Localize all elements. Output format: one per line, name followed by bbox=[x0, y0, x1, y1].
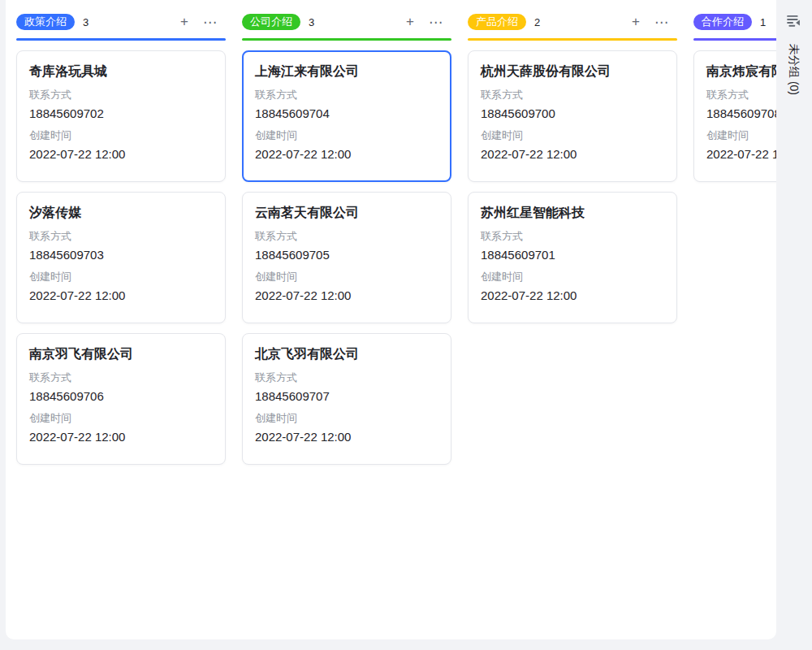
kanban-board: 政策介绍 3 + ⋯ 奇库洛玩具城 联系方式 18845609702 创建时间 … bbox=[6, 0, 776, 639]
card-title: 奇库洛玩具城 bbox=[29, 61, 213, 82]
card-title: 南京羽飞有限公司 bbox=[29, 344, 213, 365]
kanban-column-company: 公司介绍 3 + ⋯ 上海江来有限公司 联系方式 18845609704 创建时… bbox=[242, 13, 451, 465]
created-field-label: 创建时间 bbox=[29, 410, 213, 427]
contact-field-value: 18845609705 bbox=[255, 246, 438, 264]
kanban-card[interactable]: 奇库洛玩具城 联系方式 18845609702 创建时间 2022-07-22 … bbox=[16, 50, 226, 182]
collapse-groups-icon bbox=[786, 13, 801, 31]
created-field-value: 2022-07-22 12:00 bbox=[481, 287, 664, 305]
column-color-bar bbox=[468, 38, 677, 41]
kanban-card[interactable]: 南京羽飞有限公司 联系方式 18845609706 创建时间 2022-07-2… bbox=[16, 333, 226, 465]
card-title: 苏州红星智能科技 bbox=[481, 202, 664, 223]
contact-field-label: 联系方式 bbox=[29, 87, 213, 103]
created-field-value: 2022-07-22 12:00 bbox=[29, 428, 213, 446]
created-field-value: 2022-07-22 12:00 bbox=[481, 145, 664, 163]
column-header: 政策介绍 3 + ⋯ bbox=[16, 13, 226, 31]
kanban-columns: 政策介绍 3 + ⋯ 奇库洛玩具城 联系方式 18845609702 创建时间 … bbox=[16, 13, 776, 465]
contact-field-value: 18845609701 bbox=[481, 246, 664, 264]
contact-field-label: 联系方式 bbox=[29, 370, 213, 386]
created-field-label: 创建时间 bbox=[255, 269, 438, 285]
kanban-card[interactable]: 苏州红星智能科技 联系方式 18845609701 创建时间 2022-07-2… bbox=[468, 192, 677, 323]
card-title: 上海江来有限公司 bbox=[255, 61, 438, 82]
add-card-icon[interactable]: + bbox=[627, 13, 645, 31]
kanban-card[interactable]: 云南茗天有限公司 联系方式 18845609705 创建时间 2022-07-2… bbox=[242, 192, 451, 323]
column-color-bar bbox=[693, 38, 776, 41]
created-field-label: 创建时间 bbox=[255, 410, 438, 427]
group-badge: 合作介绍 bbox=[693, 14, 752, 30]
contact-field-value: 18845609707 bbox=[255, 388, 438, 405]
created-field-value: 2022-07-22 12:00 bbox=[255, 287, 438, 305]
card-list: 上海江来有限公司 联系方式 18845609704 创建时间 2022-07-2… bbox=[242, 50, 451, 465]
card-count: 1 bbox=[760, 16, 766, 28]
hidden-groups-rail: 未分组 (0) bbox=[776, 0, 812, 639]
contact-field-label: 联系方式 bbox=[29, 228, 213, 245]
card-count: 3 bbox=[309, 16, 314, 28]
add-card-icon[interactable]: + bbox=[401, 13, 419, 31]
column-header: 合作介绍 1 bbox=[693, 13, 776, 31]
card-list: 奇库洛玩具城 联系方式 18845609702 创建时间 2022-07-22 … bbox=[16, 50, 226, 465]
kanban-card-selected[interactable]: 上海江来有限公司 联系方式 18845609704 创建时间 2022-07-2… bbox=[242, 50, 451, 182]
contact-field-label: 联系方式 bbox=[481, 228, 664, 245]
column-header: 产品介绍 2 + ⋯ bbox=[468, 13, 677, 31]
kanban-column-policy: 政策介绍 3 + ⋯ 奇库洛玩具城 联系方式 18845609702 创建时间 … bbox=[16, 13, 226, 465]
card-list: 南京炜宸有限公司 联系方式 18845609708 创建时间 2022-07-2… bbox=[693, 50, 776, 182]
created-field-label: 创建时间 bbox=[255, 128, 438, 144]
card-title: 汐落传媒 bbox=[29, 202, 213, 223]
collapse-groups-button[interactable] bbox=[784, 12, 803, 32]
created-field-label: 创建时间 bbox=[29, 128, 213, 144]
created-field-value: 2022-07-22 12:00 bbox=[255, 145, 438, 163]
card-list: 杭州天薛股份有限公司 联系方式 18845609700 创建时间 2022-07… bbox=[468, 50, 677, 323]
kanban-card[interactable]: 南京炜宸有限公司 联系方式 18845609708 创建时间 2022-07-2… bbox=[693, 50, 776, 182]
contact-field-label: 联系方式 bbox=[255, 370, 438, 386]
collapsed-group-label[interactable]: 未分组 (0) bbox=[786, 44, 802, 95]
kanban-card[interactable]: 杭州天薛股份有限公司 联系方式 18845609700 创建时间 2022-07… bbox=[468, 50, 677, 182]
created-field-label: 创建时间 bbox=[481, 269, 664, 285]
kanban-card[interactable]: 北京飞羽有限公司 联系方式 18845609707 创建时间 2022-07-2… bbox=[242, 333, 451, 465]
contact-field-value: 18845609702 bbox=[29, 105, 213, 123]
card-title: 南京炜宸有限公司 bbox=[706, 61, 776, 82]
created-field-label: 创建时间 bbox=[706, 128, 776, 144]
column-menu-icon[interactable]: ⋯ bbox=[201, 13, 219, 31]
created-field-value: 2022-07-22 12:00 bbox=[29, 287, 213, 305]
contact-field-label: 联系方式 bbox=[706, 87, 776, 103]
card-count: 3 bbox=[83, 16, 89, 28]
contact-field-label: 联系方式 bbox=[481, 87, 664, 103]
card-count: 2 bbox=[534, 16, 540, 28]
group-badge: 产品介绍 bbox=[468, 14, 526, 30]
contact-field-label: 联系方式 bbox=[255, 228, 438, 245]
kanban-column-cooperation: 合作介绍 1 南京炜宸有限公司 联系方式 18845609708 创建时间 20… bbox=[693, 13, 776, 465]
group-badge: 公司介绍 bbox=[242, 14, 300, 30]
contact-field-value: 18845609703 bbox=[29, 246, 213, 264]
contact-field-value: 18845609708 bbox=[706, 105, 776, 123]
contact-field-label: 联系方式 bbox=[255, 87, 438, 103]
card-title: 杭州天薛股份有限公司 bbox=[481, 61, 664, 82]
created-field-value: 2022-07-22 12:00 bbox=[255, 428, 438, 446]
add-card-icon[interactable]: + bbox=[175, 13, 193, 31]
contact-field-value: 18845609700 bbox=[481, 105, 664, 123]
contact-field-value: 18845609706 bbox=[29, 388, 213, 405]
kanban-column-product: 产品介绍 2 + ⋯ 杭州天薛股份有限公司 联系方式 18845609700 创… bbox=[468, 13, 677, 465]
created-field-value: 2022-07-22 12:00 bbox=[29, 145, 213, 163]
kanban-card[interactable]: 汐落传媒 联系方式 18845609703 创建时间 2022-07-22 12… bbox=[16, 192, 226, 323]
column-color-bar bbox=[16, 38, 226, 41]
column-menu-icon[interactable]: ⋯ bbox=[653, 13, 671, 31]
column-menu-icon[interactable]: ⋯ bbox=[427, 13, 445, 31]
created-field-value: 2022-07-22 12:00 bbox=[706, 145, 776, 163]
column-color-bar bbox=[242, 38, 451, 41]
group-badge: 政策介绍 bbox=[16, 14, 75, 30]
created-field-label: 创建时间 bbox=[29, 269, 213, 285]
card-title: 云南茗天有限公司 bbox=[255, 202, 438, 223]
column-header: 公司介绍 3 + ⋯ bbox=[242, 13, 451, 31]
card-title: 北京飞羽有限公司 bbox=[255, 344, 438, 365]
created-field-label: 创建时间 bbox=[481, 128, 664, 144]
contact-field-value: 18845609704 bbox=[255, 105, 438, 123]
